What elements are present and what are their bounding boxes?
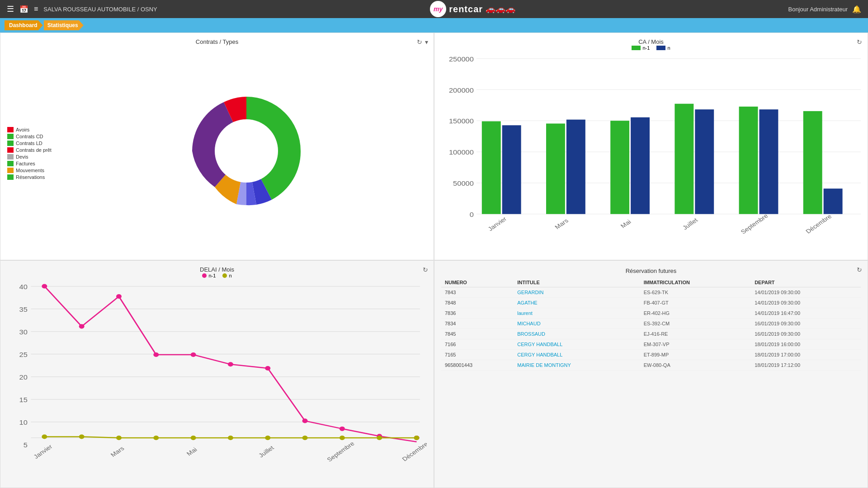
- cell-immat: ER-402-HG: [640, 308, 751, 319]
- logo-my: my: [434, 5, 443, 13]
- legend-ld-color: [7, 141, 14, 146]
- bar-legend-n: n: [656, 45, 670, 51]
- cell-numero: 7845: [441, 329, 514, 339]
- svg-text:Décembre: Décembre: [401, 441, 427, 463]
- svg-text:Janvier: Janvier: [32, 443, 54, 460]
- cell-numero: 7166: [441, 339, 514, 350]
- legend-factures-label: Factures: [16, 161, 35, 166]
- bar-chart-title: CA / Mois: [638, 38, 664, 45]
- bell-icon[interactable]: 🔔: [852, 5, 861, 14]
- donut-title: Contrats / Types: [196, 38, 238, 45]
- greeting-text: Bonjour Administrateur: [788, 6, 848, 13]
- dot-jul-n: [265, 436, 270, 440]
- breadcrumb-dashboard[interactable]: Dashboard: [5, 20, 43, 30]
- cell-immat: EW-080-QA: [640, 360, 751, 371]
- cell-numero: 9658001443: [441, 360, 514, 371]
- legend-res-label: Réservations: [16, 174, 45, 180]
- legend-contrats-cd: Contrats CD: [7, 134, 66, 139]
- svg-text:Juillet: Juillet: [257, 445, 275, 459]
- cell-depart: 16/01/2019 09:30:00: [751, 319, 861, 329]
- line-legend-n-color: [222, 273, 227, 278]
- bar-sep-n: [759, 109, 778, 214]
- donut-expand-icon[interactable]: ▾: [425, 38, 428, 46]
- svg-text:250000: 250000: [449, 56, 474, 62]
- dot-sep-n: [340, 436, 345, 440]
- line-chart-title: DELAI / Mois: [200, 266, 234, 273]
- line-legend-n1-label: n-1: [208, 273, 216, 278]
- header: ☰ 📅 ≡ SALVA ROUSSEAU AUTOMOBILE / OSNY m…: [0, 0, 868, 18]
- dot-aug-n: [302, 436, 308, 440]
- stats-icon[interactable]: ≡: [34, 5, 38, 13]
- bar-refresh-icon[interactable]: ↻: [857, 38, 862, 46]
- calendar-icon[interactable]: 📅: [19, 5, 28, 14]
- svg-text:200000: 200000: [449, 87, 474, 94]
- header-left: ☰ 📅 ≡ SALVA ROUSSEAU AUTOMOBILE / OSNY: [7, 4, 157, 14]
- line-legend-n1-color: [202, 273, 207, 278]
- bar-legend-n-label: n: [667, 45, 670, 51]
- bar-juil-n1: [675, 104, 693, 214]
- cell-depart: 14/01/2019 16:47:00: [751, 308, 861, 319]
- cell-immat: EM-307-VP: [640, 339, 751, 350]
- cell-intitule: MICHAUD: [514, 319, 640, 329]
- dot-jun-n1: [228, 362, 233, 366]
- svg-text:0: 0: [470, 211, 474, 218]
- breadcrumb-statistiques[interactable]: Statistiques: [44, 20, 84, 30]
- table-row: 7165 CERGY HANDBALL ET-899-MP 18/01/2019…: [441, 350, 861, 360]
- svg-text:Mai: Mai: [619, 219, 632, 229]
- table-row: 7848 AGATHE FB-407-GT 14/01/2019 09:30:0…: [441, 298, 861, 308]
- table-row: 7166 CERGY HANDBALL EM-307-VP 18/01/2019…: [441, 339, 861, 350]
- reservations-panel: Réservation futures ↻ NUMERO INTITULE IM…: [434, 260, 868, 488]
- res-refresh-icon[interactable]: ↻: [857, 266, 862, 273]
- dot-apr-n: [153, 436, 159, 440]
- legend-contrats-ld: Contrats LD: [7, 141, 66, 146]
- dot-dec-n: [414, 436, 420, 440]
- svg-text:50000: 50000: [453, 180, 474, 187]
- legend-contrats-pret: Contrats de prêt: [7, 147, 66, 153]
- company-name: SALVA ROUSSEAU AUTOMOBILE / OSNY: [43, 6, 157, 13]
- cell-immat: FB-407-GT: [640, 298, 751, 308]
- cell-depart: 18/01/2019 17:12:00: [751, 360, 861, 371]
- dot-feb-n: [79, 434, 85, 439]
- donut-refresh-icon[interactable]: ↻: [417, 38, 422, 46]
- dot-oct-n: [377, 436, 382, 440]
- bar-mars-n1: [546, 123, 565, 214]
- col-depart: DEPART: [751, 278, 861, 287]
- dot-mar-n: [116, 436, 122, 440]
- cell-immat: EJ-416-RE: [640, 329, 751, 339]
- svg-text:30: 30: [19, 328, 28, 335]
- line-chart-panel: DELAI / Mois ↻ n-1 n 40 35 30 25 20 15: [0, 260, 434, 488]
- legend-reservations: Réservations: [7, 174, 66, 180]
- svg-text:100000: 100000: [449, 149, 474, 156]
- donut-controls: ↻ ▾: [417, 38, 428, 46]
- cell-intitule: laurent: [514, 308, 640, 319]
- cell-immat: ES-629-TK: [640, 287, 751, 298]
- bar-mai-n1: [610, 121, 629, 214]
- bar-mai-n: [631, 117, 650, 214]
- svg-text:Juillet: Juillet: [681, 217, 699, 231]
- legend-avoirs: Avoirs: [7, 127, 66, 132]
- svg-text:10: 10: [19, 419, 28, 426]
- car-icons: 🚗🚗🚗: [486, 4, 515, 14]
- svg-text:Septembre: Septembre: [326, 441, 356, 463]
- dot-feb-n1: [79, 324, 85, 328]
- legend-devis: Devis: [7, 154, 66, 160]
- line-controls: ↻: [423, 266, 428, 273]
- svg-text:Décembre: Décembre: [804, 213, 833, 235]
- dot-apr-n1: [153, 352, 159, 357]
- legend-avoirs-color: [7, 127, 14, 132]
- svg-text:5: 5: [24, 441, 28, 448]
- svg-text:25: 25: [19, 351, 28, 358]
- donut-svg: [183, 88, 310, 214]
- cell-depart: 18/01/2019 16:00:00: [751, 339, 861, 350]
- bar-legend-n1: n-1: [632, 45, 650, 51]
- donut-center: [215, 119, 278, 183]
- bar-legend-n1-label: n-1: [642, 45, 650, 51]
- dot-sep-n1: [340, 427, 345, 431]
- res-table-body: 7843 GERARDIN ES-629-TK 14/01/2019 09:30…: [441, 287, 861, 371]
- hamburger-icon[interactable]: ☰: [7, 4, 14, 14]
- line-legend-n: n: [222, 273, 231, 278]
- cell-depart: 14/01/2019 09:30:00: [751, 287, 861, 298]
- dot-may-n: [191, 436, 196, 440]
- dot-aug-n1: [302, 418, 308, 423]
- line-refresh-icon[interactable]: ↻: [423, 266, 428, 273]
